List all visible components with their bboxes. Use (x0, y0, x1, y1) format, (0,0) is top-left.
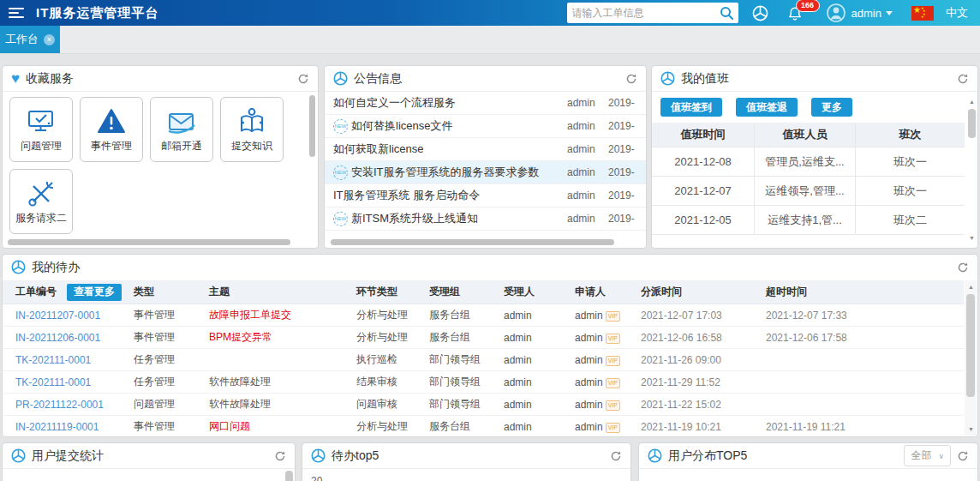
vip-badge: VIP (606, 356, 620, 366)
monitor-check-icon (25, 104, 57, 140)
user-submissions-title: 用户提交统计 (32, 448, 104, 464)
todo-row: IN-20211207-0001 事件管理 故障申报工单提交 分析与处理 服务台… (3, 304, 964, 327)
todo-row: TK-202111-0001 任务管理 执行巡检 部门领导组 admin adm… (3, 349, 964, 371)
vip-badge: VIP (606, 423, 620, 433)
tab-workbench[interactable]: 工作台 × (0, 26, 60, 53)
announcement-row: IT服务管理系统 服务启动命令 admin 2019- (325, 184, 646, 207)
ticket-link[interactable]: TK-202111-0001 (3, 354, 134, 366)
todo-title: 我的待办 (32, 260, 80, 275)
ticket-link[interactable]: IN-20211207-0001 (3, 310, 134, 322)
refresh-icon[interactable] (957, 262, 969, 274)
search-icon[interactable] (720, 6, 734, 21)
todo-row: IN-20211119-0001 事件管理 网口问题 分析与处理 服务台组 ad… (3, 416, 964, 437)
announcement-link[interactable]: 如何替换license文件 (351, 118, 567, 134)
app-title: IT服务运营管理平台 (36, 5, 158, 21)
announcement-link[interactable]: 新ITSM系统升级上线通知 (351, 211, 567, 226)
announcement-row: NEW 安装IT服务管理系统的服务器要求参数 admin 2019- (325, 161, 646, 184)
duty-row: 2021-12-07 运维领导,管理... 班次一 (652, 177, 965, 206)
announcement-link[interactable]: 如何自定义一个流程服务 (333, 95, 567, 111)
tab-bar: 工作台 × (0, 26, 980, 54)
duty-sign-in-button[interactable]: 值班签到 (660, 98, 722, 117)
cube-icon (311, 448, 326, 463)
duty-title: 我的值班 (681, 71, 729, 87)
vertical-scrollbar-thumb[interactable] (966, 294, 975, 397)
refresh-icon[interactable] (274, 450, 286, 462)
refresh-icon[interactable] (610, 450, 622, 462)
vertical-scrollbar-thumb[interactable] (285, 471, 293, 481)
user-avatar[interactable] (827, 3, 846, 22)
tab-close-icon[interactable]: × (44, 34, 55, 45)
china-flag-icon: ★ ★ ★ ★ ★ (911, 6, 934, 21)
view-more-button[interactable]: 查看更多 (67, 284, 122, 301)
announcement-row: NEW 新ITSM系统升级上线通知 admin 2019- (325, 207, 646, 231)
new-badge-icon: NEW (333, 119, 348, 134)
ticket-link[interactable]: IN-20211119-0001 (3, 421, 134, 433)
search-input[interactable] (567, 7, 720, 19)
scope-select[interactable]: 全部 ∨ (904, 445, 951, 466)
language-switch[interactable]: 中文 (946, 5, 968, 21)
service-card-label: 提交知识 (231, 140, 272, 152)
duty-row: 2021-12-08 管理员,运维支... 班次一 (652, 147, 965, 177)
announcement-row: NEW 如何替换license文件 admin 2019- (325, 115, 646, 138)
refresh-icon[interactable] (625, 73, 637, 85)
service-card-label: 问题管理 (21, 140, 62, 152)
service-card-knowledge[interactable]: 提交知识 (220, 97, 284, 162)
user-menu-caret-icon[interactable] (886, 11, 893, 15)
announcement-row: 如何获取新license admin 2019- (325, 138, 646, 161)
email-icon (165, 104, 198, 140)
horizontal-scrollbar-thumb[interactable] (331, 239, 614, 245)
todo-row: PR-20211122-0001 问题管理 软件故障处理 问题审核 部门领导组 … (3, 394, 964, 416)
scroll-up-icon[interactable]: ▲ (969, 99, 975, 105)
notification-count-badge: 166 (796, 0, 820, 12)
favorites-title: 收藏服务 (26, 71, 74, 87)
service-card-incident[interactable]: 事件管理 (80, 97, 143, 162)
chart-axis-label: 20 (311, 475, 322, 481)
refresh-icon[interactable] (957, 450, 969, 462)
todo-panel: 我的待办 工单编号 查看更多 类型 主题 环节类型 受理组 受理人 申请人 分派… (2, 254, 978, 437)
notification-bell-icon[interactable]: 166 (787, 5, 803, 21)
horizontal-scrollbar-thumb[interactable] (8, 239, 290, 245)
announcement-link[interactable]: IT服务管理系统 服务启动命令 (333, 188, 567, 203)
cube-icon (660, 71, 675, 86)
todo-row: IN-20211206-0001 事件管理 BPM提交异常 分析与处理 服务台组… (3, 327, 964, 349)
todo-top5-title: 待办top5 (332, 448, 379, 464)
refresh-icon[interactable] (957, 73, 969, 85)
vertical-scrollbar[interactable]: ▲ ▼ (965, 280, 977, 436)
announcements-panel: 公告信息 如何自定义一个流程服务 admin 2019- NEW 如何替换lic… (324, 65, 647, 249)
ticket-link[interactable]: PR-20211122-0001 (3, 399, 134, 411)
refresh-icon[interactable] (297, 73, 309, 85)
vip-badge: VIP (606, 311, 620, 322)
cube-icon (333, 71, 348, 86)
duty-sign-out-button[interactable]: 值班签退 (736, 98, 798, 117)
duty-table-header: 值班时间 值班人员 班次 (652, 123, 965, 147)
vertical-scrollbar-thumb[interactable] (968, 109, 976, 138)
vip-badge: VIP (606, 378, 620, 388)
service-card-mailbox[interactable]: 邮箱开通 (150, 97, 213, 162)
vertical-scrollbar-thumb[interactable] (309, 95, 315, 157)
scroll-down-icon[interactable]: ▼ (968, 426, 974, 432)
user-distribution-title: 用户分布TOP5 (668, 448, 747, 464)
vip-badge: VIP (606, 400, 620, 411)
select-caret-icon: ∨ (938, 452, 944, 460)
announcement-link[interactable]: 安装IT服务管理系统的服务器要求参数 (351, 165, 567, 180)
scroll-up-icon[interactable]: ▲ (968, 284, 974, 290)
ticket-link[interactable]: TK-202111-0001 (3, 376, 134, 388)
tools-icon (25, 176, 57, 212)
announcement-link[interactable]: 如何获取新license (333, 141, 567, 157)
username-label[interactable]: admin (852, 7, 881, 20)
todo-table-header: 工单编号 查看更多 类型 主题 环节类型 受理组 受理人 申请人 分派时间 超时… (3, 280, 964, 304)
duty-more-button[interactable]: 更多 (811, 98, 852, 117)
service-card-service-request[interactable]: 服务请求二 (9, 169, 73, 234)
scroll-down-icon[interactable]: ▼ (969, 235, 975, 241)
service-card-label: 邮箱开通 (161, 140, 202, 152)
service-card-problem[interactable]: 问题管理 (9, 97, 73, 162)
user-distribution-panel: 用户分布TOP5 全部 ∨ (638, 442, 978, 481)
todo-row: TK-202111-0001 任务管理 软件故障处理 结果审核 部门领导组 ad… (3, 371, 964, 394)
cube-icon[interactable] (752, 5, 768, 21)
ticket-link[interactable]: IN-20211206-0001 (3, 332, 134, 344)
duty-panel: 我的值班 值班签到 值班签退 更多 值班时间 值班人员 班次 2021-12-0… (651, 65, 978, 249)
vip-badge: VIP (606, 334, 620, 344)
announcements-title: 公告信息 (354, 71, 402, 87)
menu-toggle-icon[interactable] (9, 5, 24, 21)
announcement-row: 如何自定义一个流程服务 admin 2019- (325, 92, 646, 115)
